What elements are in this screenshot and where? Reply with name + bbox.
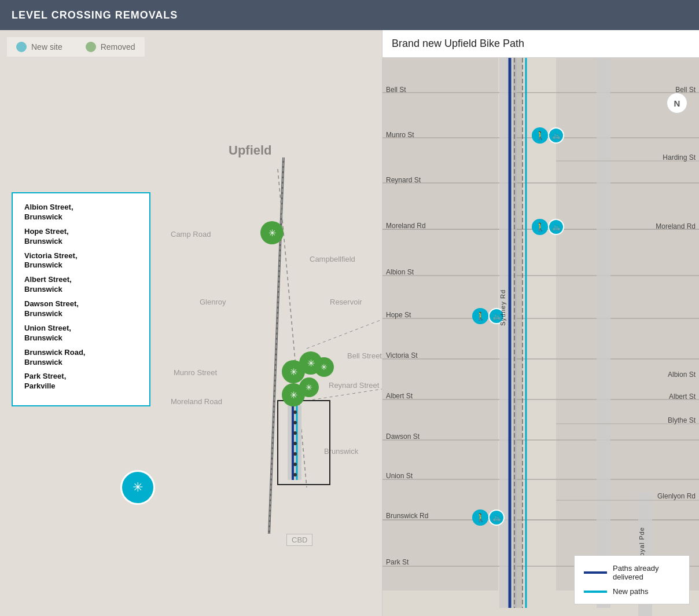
bike-icon-munro: 🚲	[548, 127, 564, 144]
label-sydney-rd: Sydney Rd	[499, 289, 506, 326]
street-albert-left: Albert St	[386, 392, 413, 400]
left-map-panel: New site Removed	[0, 30, 382, 616]
right-map-panel: Brand new Upfield Bike Path	[382, 30, 699, 616]
marker-munro-right: 🚶 🚲	[532, 127, 564, 144]
svg-point-10	[293, 410, 297, 414]
legend-new-paths: New paths	[584, 587, 680, 596]
street-park-st: Park St	[386, 558, 409, 566]
info-item-5: Dawson Street,Brunswick	[24, 299, 138, 319]
marker-camp-road: ✳	[260, 221, 284, 244]
header-title: LEVEL CROSSING REMOVALS	[12, 9, 178, 21]
street-dawson: Dawson St	[386, 432, 420, 441]
right-title-text: Brand new Upfield Bike Path	[392, 38, 524, 50]
street-reynard: Reynard St	[386, 176, 421, 184]
street-albion-right: Albion St	[668, 371, 696, 379]
right-panel-title: Brand new Upfield Bike Path	[382, 30, 699, 58]
svg-point-14	[293, 452, 297, 456]
legend-delivered-text: Paths already delivered	[613, 564, 680, 581]
page-header: LEVEL CROSSING REMOVALS	[0, 0, 699, 30]
svg-point-13	[293, 442, 297, 445]
legend-new-paths-text: New paths	[613, 587, 648, 596]
street-harding: Harding St	[663, 153, 696, 162]
street-moreland: Moreland Rd	[386, 222, 426, 230]
info-box: Albion Street,Brunswick Hope Street,Brun…	[12, 192, 150, 406]
legend-delivered-line	[584, 571, 607, 574]
street-moreland-right: Moreland Rd	[656, 222, 696, 230]
svg-point-12	[293, 431, 297, 435]
street-albion: Albion St	[386, 268, 414, 276]
info-item-4: Albert Street,Brunswick	[24, 275, 138, 295]
svg-point-15	[293, 463, 297, 466]
svg-point-16	[293, 473, 297, 476]
info-item-6: Union Street,Brunswick	[24, 324, 138, 343]
info-item-2: Hope Street,Brunswick	[24, 227, 138, 247]
info-item-3: Victoria Street,Brunswick	[24, 251, 138, 271]
bike-icon-brunswick: 🚲	[488, 509, 505, 526]
info-item-1: Albion Street,Brunswick	[24, 203, 138, 222]
walk-icon-moreland: 🚶	[532, 219, 548, 235]
walk-icon-munro: 🚶	[532, 127, 548, 144]
legend-delivered: Paths already delivered	[584, 564, 680, 581]
legend-new-paths-line	[584, 591, 607, 593]
info-item-7: Brunswick Road,Brunswick	[24, 348, 138, 368]
marker-brunswick-rd-right: 🚶 🚲	[472, 509, 505, 526]
main-content: New site Removed	[0, 30, 699, 616]
street-brunswick-rd: Brunswick Rd	[386, 512, 428, 520]
street-union: Union St	[386, 472, 413, 480]
street-bell-left: Bell St	[386, 86, 406, 94]
street-albert-right: Albert St	[669, 393, 696, 401]
compass: N	[667, 93, 687, 113]
street-munro: Munro St	[386, 131, 414, 139]
walk-icon-brunswick: 🚶	[472, 509, 488, 526]
info-item-8: Park Street,Parkville	[24, 372, 138, 391]
street-victoria: Victoria St	[386, 351, 417, 360]
right-map-area: Bell St Munro St Reynard St Moreland Rd …	[382, 58, 699, 616]
marker-moreland-right: 🚶 🚲	[532, 219, 564, 235]
right-legend-box: Paths already delivered New paths	[574, 555, 690, 604]
street-glenlyon: Glenlyon Rd	[657, 492, 696, 500]
marker-park-street: ✳	[120, 470, 155, 505]
street-blythe: Blythe St	[668, 416, 696, 424]
street-hope: Hope St	[386, 311, 411, 319]
svg-point-11	[293, 421, 297, 424]
svg-rect-34	[597, 58, 610, 608]
bike-icon-moreland: 🚲	[548, 219, 564, 235]
marker-extra1: ✳	[299, 377, 319, 397]
marker-reynard: ✳	[314, 357, 334, 377]
walk-icon-hope: 🚶	[472, 308, 488, 324]
